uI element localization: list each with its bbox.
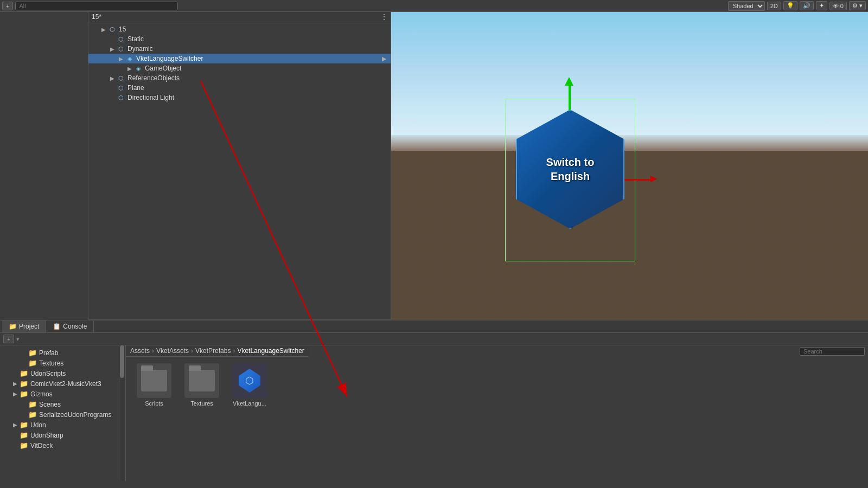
project-add-button[interactable]: + [3, 335, 14, 343]
light-button[interactable]: 💡 [783, 1, 797, 10]
transform-x-arrow [650, 176, 657, 182]
proj-label-vit-deck: VitDeck [30, 442, 53, 450]
proj-item-serialized[interactable]: 📁 SerializedUdonPrograms [0, 409, 119, 420]
breadcrumb-vket-prefabs[interactable]: VketPrefabs [195, 347, 231, 355]
proj-item-prefab[interactable]: 📁 Prefab [0, 348, 119, 358]
console-icon: 📋 [53, 323, 61, 330]
hierarchy-menu-icon[interactable]: ⋮ [381, 13, 387, 21]
tree-label-vket-switcher: VketLanguageSwitcher [136, 55, 203, 62]
hierarchy-header: 15* ⋮ [88, 12, 391, 22]
bottom-panel: 📁 Project 📋 Console + ▾ 📁 Prefab 📁 Textu [0, 320, 868, 488]
proj-label-udon-scripts: UdonScripts [30, 370, 66, 377]
project-scrollbar[interactable] [119, 345, 126, 481]
proj-label-textures: Textures [39, 359, 63, 367]
proj-item-gizmos[interactable]: ▶ 📁 Gizmos [0, 389, 119, 399]
tree-label-ref-objects: ReferenceObjects [127, 74, 180, 82]
folder-shape-scripts [141, 370, 167, 391]
tree-item-dynamic[interactable]: ▶ ⬡ Dynamic [88, 44, 391, 54]
project-main: Assets › VketAssets › VketPrefabs › Vket… [126, 345, 868, 481]
asset-label-textures: Textures [190, 400, 213, 407]
gizmos-button[interactable]: ⚙ ▾ [849, 1, 866, 10]
tree-item-dir-light[interactable]: ⬡ Directional Light [88, 93, 391, 102]
tree-item-static[interactable]: ⬡ Static [88, 34, 391, 44]
proj-item-textures[interactable]: 📁 Textures [0, 358, 119, 368]
breadcrumb-assets[interactable]: Assets [130, 347, 150, 355]
asset-label-scripts: Scripts [145, 400, 163, 407]
scrollbar-thumb[interactable] [120, 345, 124, 378]
breadcrumb-bar: Assets › VketAssets › VketPrefabs › Vket… [126, 345, 309, 357]
folder-shape-textures [189, 370, 215, 391]
tree-item-vket-switcher[interactable]: ▶ ◈ VketLanguageSwitcher ▶ [88, 54, 391, 63]
tree-label-gameobject: GameObject [145, 65, 181, 72]
left-edge-panel [0, 12, 88, 320]
assets-grid: Scripts Textures ⬡ VketLangu. [126, 357, 868, 481]
asset-item-scripts[interactable]: Scripts [132, 363, 176, 407]
tree-item-plane[interactable]: ⬡ Plane [88, 83, 391, 93]
add-button[interactable]: + [2, 2, 13, 10]
tree-item-gameobject[interactable]: ▶ ◈ GameObject [88, 63, 391, 73]
proj-item-comic[interactable]: ▶ 📁 ComicVket2-MusicVket3 [0, 378, 119, 389]
hex-object-container: Switch to English [516, 110, 635, 251]
sep1: › [152, 347, 154, 355]
scene-viewport[interactable]: Switch to English [391, 12, 868, 320]
2d-button[interactable]: 2D [767, 2, 781, 10]
transform-y-arrow [565, 77, 573, 86]
bottom-content: 📁 Prefab 📁 Textures 📁 UdonScripts ▶ 📁 Co… [0, 345, 868, 481]
tree-label-dir-light: Directional Light [127, 94, 174, 101]
proj-item-vit-deck[interactable]: 📁 VitDeck [0, 440, 119, 451]
asset-search-input[interactable] [800, 347, 865, 356]
bottom-tabs: 📁 Project 📋 Console [0, 320, 868, 333]
hex-label: Switch to English [546, 155, 595, 183]
tree-label-plane: Plane [127, 84, 144, 92]
effects-button[interactable]: ✦ [816, 1, 827, 10]
project-icon: 📁 [9, 323, 17, 330]
proj-item-udon-sharp[interactable]: 📁 UdonSharp [0, 430, 119, 440]
project-sidebar: 📁 Prefab 📁 Textures 📁 UdonScripts ▶ 📁 Co… [0, 345, 119, 481]
top-toolbar: + Shaded 2D 💡 🔊 ✦ 👁 0 ⚙ ▾ [0, 0, 868, 12]
breadcrumb-vket-assets[interactable]: VketAssets [156, 347, 189, 355]
tree-label-root15: 15 [119, 25, 126, 33]
hierarchy-panel: 15* ⋮ ▶ ⬡ 15 ⬡ Static ▶ ⬡ Dynamic ▶ ◈ [88, 12, 391, 320]
sep3: › [233, 347, 235, 355]
tree-item-ref-objects[interactable]: ▶ ⬡ ReferenceObjects [88, 73, 391, 83]
proj-label-scenes: Scenes [39, 401, 61, 408]
tree-label-static: Static [127, 35, 144, 43]
proj-item-udon-scripts[interactable]: 📁 UdonScripts [0, 368, 119, 378]
search-input[interactable] [15, 2, 178, 10]
hex-button[interactable]: Switch to English [516, 110, 624, 229]
asset-icon-scripts [137, 363, 171, 398]
prefab-diamond-icon: ⬡ [239, 369, 260, 393]
bottom-toolbar: + ▾ [0, 333, 868, 345]
transform-y-shaft [569, 86, 571, 113]
tab-console[interactable]: 📋 Console [46, 320, 94, 332]
shaded-dropdown[interactable]: Shaded [728, 1, 765, 11]
asset-item-vket-lang[interactable]: ⬡ VketLangu... [228, 363, 271, 407]
breadcrumb-current: VketLanguageSwitcher [237, 347, 304, 355]
proj-label-udon: Udon [30, 421, 46, 429]
proj-label-comic: ComicVket2-MusicVket3 [30, 380, 101, 388]
hierarchy-content: ▶ ⬡ 15 ⬡ Static ▶ ⬡ Dynamic ▶ ◈ VketLang… [88, 22, 391, 105]
asset-label-vket-lang: VketLangu... [233, 400, 266, 407]
proj-label-gizmos: Gizmos [30, 390, 53, 398]
sep2: › [191, 347, 193, 355]
proj-label-udon-sharp: UdonSharp [30, 432, 63, 439]
add-arrow: ▾ [16, 336, 20, 343]
hidden-button[interactable]: 👁 0 [829, 2, 847, 10]
tab-project[interactable]: 📁 Project [2, 320, 46, 332]
audio-button[interactable]: 🔊 [800, 1, 814, 10]
proj-item-scenes[interactable]: 📁 Scenes [0, 399, 119, 409]
hierarchy-title: 15* [92, 13, 101, 21]
asset-item-textures[interactable]: Textures [180, 363, 224, 407]
proj-label-serialized: SerializedUdonPrograms [39, 411, 111, 419]
asset-icon-vket-lang: ⬡ [232, 363, 267, 398]
tree-label-dynamic: Dynamic [127, 45, 153, 53]
scene-panel[interactable]: Switch to English [391, 12, 868, 320]
proj-label-prefab: Prefab [39, 349, 58, 357]
asset-icon-textures [184, 363, 219, 398]
proj-item-udon[interactable]: ▶ 📁 Udon [0, 420, 119, 430]
prefab-inner-shape: ⬡ [245, 375, 254, 387]
tree-item-root15[interactable]: ▶ ⬡ 15 [88, 24, 391, 34]
transform-x-shaft [624, 179, 652, 181]
